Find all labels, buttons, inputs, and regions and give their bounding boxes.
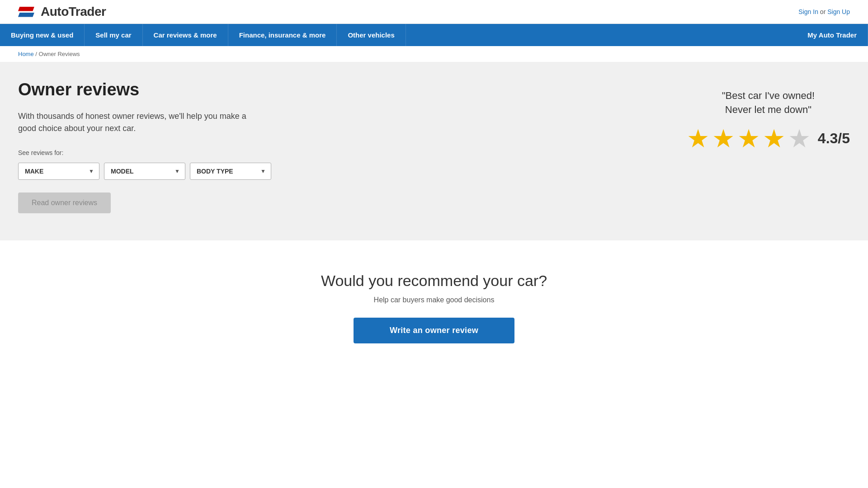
- body-type-select[interactable]: BODY TYPE: [190, 163, 271, 180]
- model-select[interactable]: MODEL: [104, 163, 185, 180]
- star-2: ★: [712, 126, 735, 151]
- breadcrumb: Home / Owner Reviews: [0, 46, 868, 62]
- hero-description: With thousands of honest owner reviews, …: [18, 110, 253, 135]
- body-type-select-wrapper: BODY TYPE ▼: [190, 163, 271, 180]
- make-select[interactable]: MAKE: [18, 163, 99, 180]
- star-4: ★: [763, 126, 785, 151]
- sign-up-link[interactable]: Sign Up: [827, 8, 850, 15]
- make-select-wrapper: MAKE ▼: [18, 163, 99, 180]
- star-5: ★: [788, 126, 811, 151]
- stars-row: ★ ★ ★ ★ ★ 4.3/5: [687, 126, 850, 151]
- auth-links: Sign In or Sign Up: [798, 8, 850, 15]
- nav-buying[interactable]: Buying new & used: [0, 24, 85, 46]
- breadcrumb-separator: /: [34, 51, 39, 57]
- bottom-description: Help car buyers make good decisions: [374, 296, 495, 304]
- selects-row: MAKE ▼ MODEL ▼ BODY TYPE ▼: [18, 163, 651, 180]
- bottom-section: Would you recommend your car? Help car b…: [0, 240, 868, 380]
- review-quote-line1: "Best car I've owned!: [722, 90, 815, 101]
- nav-finance[interactable]: Finance, insurance & more: [228, 24, 337, 46]
- bottom-title: Would you recommend your car?: [321, 272, 547, 290]
- nav-my-autotrader[interactable]: My Auto Trader: [797, 24, 868, 46]
- site-header: AutoTrader Sign In or Sign Up: [0, 0, 868, 24]
- nav-other-vehicles[interactable]: Other vehicles: [337, 24, 406, 46]
- hero-title: Owner reviews: [18, 80, 651, 99]
- review-quote-line2: Never let me down": [725, 104, 811, 115]
- star-3: ★: [737, 126, 760, 151]
- nav-sell[interactable]: Sell my car: [85, 24, 142, 46]
- hero-right: "Best car I've owned! Never let me down"…: [687, 80, 850, 151]
- nav-car-reviews[interactable]: Car reviews & more: [143, 24, 228, 46]
- breadcrumb-current: Owner Reviews: [39, 51, 80, 57]
- logo-bar-red: [18, 7, 34, 11]
- logo-icon: [18, 7, 34, 17]
- write-review-button[interactable]: Write an owner review: [354, 318, 514, 343]
- auth-separator: or: [820, 8, 826, 15]
- logo-text: AutoTrader: [41, 5, 106, 19]
- logo-bar-blue: [18, 13, 34, 17]
- nav-spacer: [406, 24, 797, 46]
- breadcrumb-home[interactable]: Home: [18, 51, 34, 57]
- rating-text: 4.3/5: [818, 130, 850, 147]
- hero-section: Owner reviews With thousands of honest o…: [0, 62, 868, 240]
- review-quote: "Best car I've owned! Never let me down": [722, 89, 815, 117]
- read-reviews-button[interactable]: Read owner reviews: [18, 192, 111, 213]
- hero-left: Owner reviews With thousands of honest o…: [18, 80, 651, 213]
- main-nav: Buying new & used Sell my car Car review…: [0, 24, 868, 46]
- logo[interactable]: AutoTrader: [18, 5, 106, 19]
- see-reviews-label: See reviews for:: [18, 149, 651, 156]
- model-select-wrapper: MODEL ▼: [104, 163, 185, 180]
- star-1: ★: [687, 126, 709, 151]
- sign-in-link[interactable]: Sign In: [798, 8, 818, 15]
